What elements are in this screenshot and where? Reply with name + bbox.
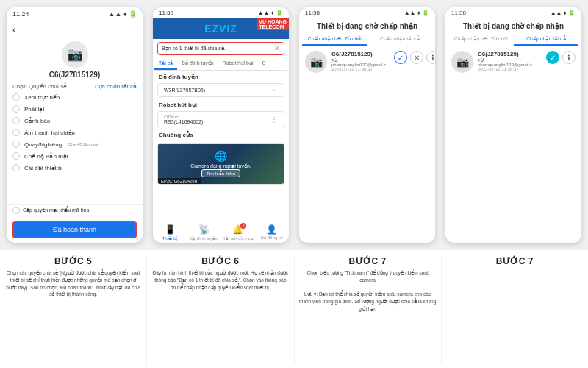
phone2-time: 11:38 (159, 10, 173, 16)
notification-badge: 1 (240, 223, 246, 229)
phone1-share-row: Chọn Quyền chia sẻ Lựa chọn tất cả (7, 82, 143, 91)
radio-audio[interactable] (12, 129, 20, 136)
phone1-opt-security[interactable]: Chế độ Bảo mật (7, 150, 143, 162)
doorbell-find-button[interactable]: Tìm hiểu thêm (201, 169, 240, 177)
notification-close-icon[interactable]: ✕ (274, 45, 280, 52)
phone1-opt-alert[interactable]: Cảnh báo (7, 115, 143, 127)
nav-router-label: Bộ đình tuyến (190, 236, 218, 241)
radio-alert[interactable] (12, 117, 20, 124)
radio-ptz[interactable] (12, 141, 20, 148)
ezviz-logo: EZVIZ (204, 23, 237, 35)
doorbell-id: EP2C(G62104298) (158, 178, 201, 184)
radio-security[interactable] (12, 152, 20, 160)
phone3-info-button[interactable]: ℹ (426, 51, 435, 64)
phone3-accept-button[interactable]: ✓ (394, 51, 407, 64)
opt-audio-label: Âm thanh hai chiều (24, 130, 75, 136)
phone4-tab-acceptall[interactable]: Chấp nhận tất cả (514, 34, 579, 46)
phone1-time: 11:24 (12, 10, 29, 18)
opt-ptz-label: Quay/Nghiêng (24, 141, 62, 148)
phone2-tab-all[interactable]: Tải cả (154, 58, 177, 70)
phone4-screen: 11:38 ▲▲ ♦ 🔋 Thiết bị đang chờ chấp nhận… (445, 7, 581, 243)
phone2-robot-item: Offline RS3(L41684602) ⋮ (157, 111, 284, 127)
phone1-opt-settings[interactable]: Cài đặt thiết bị (7, 162, 143, 174)
phone2-tab-router[interactable]: Bộ định tuyến (177, 58, 218, 70)
phone1-bottom: Cấp quyền mật khẩu mã hóa Đã hoàn thành (7, 204, 143, 243)
phone1-manage-all[interactable]: Lựa chọn tất cả (95, 83, 137, 90)
phone2-screen: 11:38 ▲▲ ♦ 🔋 EZVIZ VU HOANGTELECOM Bạn c… (153, 7, 289, 243)
phone4-info-button[interactable]: ℹ (562, 51, 576, 64)
phone4-tabs: Chấp nhận hết: Từ chối Chấp nhận tất cả (445, 34, 581, 46)
nav-router[interactable]: 📡 Bộ đình tuyến (187, 224, 220, 241)
step7a-line2: Lưu ý: Bạn có thể chia sẻ quyền kiểm soá… (299, 291, 436, 311)
phone2-header: EZVIZ VU HOANGTELECOM (153, 18, 289, 39)
nav-registered[interactable]: 👤 Đã đăng ký (255, 224, 289, 241)
phone4-device-avatar: 📷 (451, 51, 473, 73)
che-bio-mut-label: Che 40 Bio mut (68, 142, 98, 146)
nav-connect[interactable]: 🔔 1 Kết nối dịch vụ (221, 224, 255, 241)
phone2-robot-title: Robot hút bụi (153, 99, 289, 110)
globe-icon: 🌐 (215, 150, 227, 162)
connect-badge: 🔔 1 (232, 224, 243, 235)
robot-dots-icon[interactable]: ⋮ (270, 116, 278, 124)
phone3-device-id: C6(J27815129) (331, 51, 390, 57)
phone2-tab-camera[interactable]: C (258, 58, 270, 70)
router-dots-icon[interactable]: ⋮ (270, 86, 278, 94)
phone1-opt-audio[interactable]: Âm thanh hai chiều (7, 127, 143, 138)
phone3-status-bar: 11:38 ▲▲ ♦ 🔋 (299, 7, 435, 18)
main-container: 11:24 ▲▲ ♦ 🔋 ‹ 📷 C6(J27815129) Chọn Quyề… (0, 0, 588, 368)
phone2-notification-text: Bạn có 1 thiết bị đã chia sẻ. (162, 46, 226, 52)
phone3-tabs: Chấp nhận hết: Từ chối Chấp nhận tất cả (299, 34, 435, 46)
vu-hoang-badge: VU HOANGTELECOM (257, 18, 289, 30)
radio-replay[interactable] (12, 105, 20, 113)
phone1-camera-icon: 📷 (62, 41, 88, 68)
phone3-title: Thiết bị đang chờ chấp nhận (299, 18, 435, 34)
step6-desc: Đây là màn hình thiết bị của người được … (151, 269, 289, 291)
phone3-device-info: C6(J27815129) Từ: phamquanglini123@gmail… (331, 51, 390, 71)
doorbell-offline-text: Camera đang ngoại tuyến. (190, 163, 251, 169)
phone4-device-info: C6(J27815129) Từ: phamquanglini123@gmail… (478, 51, 542, 71)
opt-replay-label: Phát lại (24, 106, 44, 113)
phone4-from-label: Từ: phamquanglini123@gmail.c... (478, 57, 542, 67)
phone3-time: 11:38 (305, 10, 320, 16)
phone2-tabs: Tải cả Bộ định tuyến Robot hút bụi C (154, 58, 287, 71)
phone2-doorbell-card: 🌐 Camera đang ngoại tuyến. Tìm hiểu thêm… (157, 143, 284, 185)
phone1-encrypt-row[interactable]: Cấp quyền mật khẩu mã hóa (7, 204, 143, 216)
phone4-title: Thiết bị đang chờ chấp nhận (445, 18, 581, 34)
phone3-device-avatar: 📷 (305, 51, 327, 73)
phone3-device-row: 📷 C6(J27815129) Từ: phamquanglini123@gma… (299, 46, 435, 77)
step5-desc: Chọn các quyền chia sẻ (Người được chia … (4, 269, 142, 298)
phone4-icons: ▲▲ ♦ 🔋 (551, 10, 576, 16)
phone4-tab-accept[interactable]: Chấp nhận hết: Từ chối (448, 34, 514, 46)
nav-devices[interactable]: 📱 Thiết bị (153, 224, 187, 241)
devices-icon: 📱 (165, 224, 176, 235)
phone2-bottom-nav: 📱 Thiết bị 📡 Bộ đình tuyến 🔔 1 Kết nối d… (153, 222, 289, 243)
phone2-notification[interactable]: Bạn có 1 thiết bị đã chia sẻ. ✕ (157, 42, 284, 55)
registered-icon: 👤 (266, 224, 277, 235)
step7b-col: BƯỚC 7 (442, 256, 588, 365)
phone4-date: 2023-07-12 11:38:37 (478, 67, 542, 71)
phone1-share-label: Chọn Quyền chia sẻ (12, 83, 67, 90)
phone1-opt-replay[interactable]: Phát lại (7, 103, 143, 115)
robot-id: RS3(L41684602) (164, 119, 203, 124)
phone4-actions: ✓ ℹ (546, 51, 576, 64)
phone4-device-id: C6(J27815129) (478, 51, 542, 57)
phone4-accept-teal-button[interactable]: ✓ (546, 51, 559, 64)
phone3-reject-button[interactable]: ✕ (410, 51, 423, 64)
phone3-icons: ▲▲ ♦ 🔋 (404, 10, 429, 16)
radio-encrypt[interactable] (12, 207, 20, 214)
opt-settings-label: Cài đặt thiết bị (24, 165, 62, 171)
phone3-tab-accept[interactable]: Chấp nhận hết: Từ chối (302, 34, 368, 46)
phone3-tab-acceptall[interactable]: Chấp nhận tất cả (368, 34, 433, 46)
back-arrow-icon[interactable]: ‹ (12, 24, 16, 35)
phone1-opt-live[interactable]: Xem trực tiếp (7, 91, 143, 103)
phone1-opt-ptz[interactable]: Quay/Nghiêng Che 40 Bio mut (7, 138, 143, 150)
step7a-desc: Chọn biểu tượng "Tích xanh" để đồng ý qu… (299, 269, 437, 313)
radio-settings[interactable] (12, 164, 20, 171)
phone1-done-button[interactable]: Đã hoàn thành (12, 221, 137, 238)
step7b-title: BƯỚC 7 (496, 256, 534, 266)
phone3-date: 2023-07-12 11:38:37 (331, 67, 390, 71)
phone1-icons: ▲▲ ♦ 🔋 (109, 10, 137, 18)
phone2-tab-robot[interactable]: Robot hút bụi (218, 58, 258, 70)
phone1-screen: 11:24 ▲▲ ♦ 🔋 ‹ 📷 C6(J27815129) Chọn Quyề… (7, 7, 143, 243)
radio-live[interactable] (12, 93, 20, 101)
